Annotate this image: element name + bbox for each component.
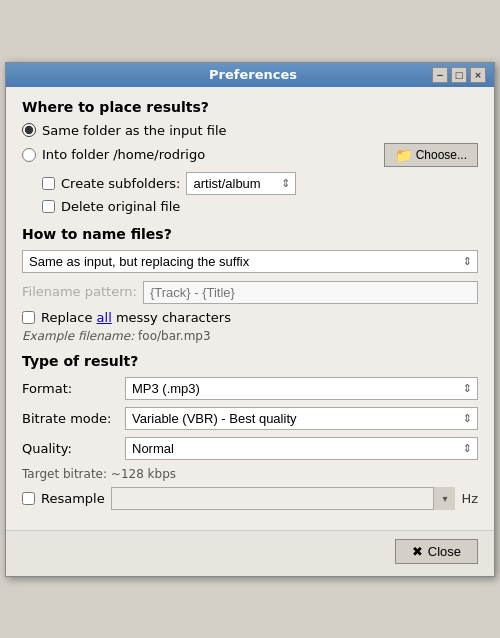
titlebar: Preferences − □ × — [6, 63, 494, 87]
close-icon: ✖ — [412, 544, 423, 559]
messy-link[interactable]: all — [97, 310, 112, 325]
bitrate-mode-row: Bitrate mode: Variable (VBR) - Best qual… — [22, 407, 478, 430]
hz-label: Hz — [461, 491, 478, 506]
resample-input-wrapper: 48000 ▾ — [111, 487, 456, 510]
create-subfolders-checkbox[interactable] — [42, 177, 55, 190]
same-folder-row: Same folder as the input file — [22, 123, 478, 138]
naming-dropdown-wrapper: Same as input, but replacing the suffix … — [22, 250, 478, 273]
bitrate-mode-dropdown-wrapper: Variable (VBR) - Best quality Constant (… — [125, 407, 478, 430]
format-row: Format: MP3 (.mp3) OGG (.ogg) FLAC (.fla… — [22, 377, 478, 400]
target-bitrate-text: Target bitrate: ~128 kbps — [22, 467, 478, 481]
bitrate-mode-select[interactable]: Variable (VBR) - Best quality Constant (… — [125, 407, 478, 430]
into-folder-radio[interactable] — [22, 148, 36, 162]
replace-messy-row: Replace all messy characters — [22, 310, 478, 325]
same-folder-label: Same folder as the input file — [42, 123, 227, 138]
format-label: Format: — [22, 381, 117, 396]
naming-section-header: How to name files? — [22, 226, 478, 242]
footer: ✖ Close — [6, 530, 494, 576]
resample-label: Resample — [41, 491, 105, 506]
resample-row: Resample 48000 ▾ Hz — [22, 487, 478, 510]
content-area: Where to place results? Same folder as t… — [6, 87, 494, 522]
quality-row: Quality: Normal Low High Very High — [22, 437, 478, 460]
close-window-button[interactable]: × — [470, 67, 486, 83]
quality-label: Quality: — [22, 441, 117, 456]
resample-input[interactable]: 48000 — [111, 487, 456, 510]
titlebar-controls: − □ × — [432, 67, 486, 83]
choose-button[interactable]: 📁 Choose... — [384, 143, 478, 167]
replace-messy-label: Replace all messy characters — [41, 310, 231, 325]
into-folder-label: Into folder /home/rodrigo — [42, 147, 378, 162]
subfolder-dropdown-wrapper: artist/album artist album — [186, 172, 296, 195]
quality-dropdown-wrapper: Normal Low High Very High — [125, 437, 478, 460]
preferences-window: Preferences − □ × Where to place results… — [5, 62, 495, 577]
into-folder-row: Into folder /home/rodrigo 📁 Choose... — [22, 143, 478, 167]
minimize-button[interactable]: − — [432, 67, 448, 83]
resample-checkbox[interactable] — [22, 492, 35, 505]
where-section-header: Where to place results? — [22, 99, 478, 115]
subfolder-select[interactable]: artist/album artist album — [186, 172, 296, 195]
filename-pattern-label: Filename pattern: — [22, 284, 137, 299]
delete-original-checkbox[interactable] — [42, 200, 55, 213]
same-folder-radio[interactable] — [22, 123, 36, 137]
example-filename-line: Example filename: foo/bar.mp3 — [22, 329, 478, 343]
create-subfolders-row: Create subfolders: artist/album artist a… — [42, 172, 478, 195]
filename-pattern-input[interactable] — [143, 281, 478, 304]
maximize-button[interactable]: □ — [451, 67, 467, 83]
resample-dropdown-arrow[interactable]: ▾ — [433, 487, 455, 510]
delete-original-row: Delete original file — [42, 199, 478, 214]
create-subfolders-label: Create subfolders: — [61, 176, 180, 191]
close-label: Close — [428, 544, 461, 559]
replace-messy-checkbox[interactable] — [22, 311, 35, 324]
delete-original-label: Delete original file — [61, 199, 180, 214]
window-title: Preferences — [74, 67, 432, 82]
format-select[interactable]: MP3 (.mp3) OGG (.ogg) FLAC (.flac) WAV (… — [125, 377, 478, 400]
result-section-header: Type of result? — [22, 353, 478, 369]
example-filename-value: foo/bar.mp3 — [138, 329, 211, 343]
naming-select[interactable]: Same as input, but replacing the suffix … — [22, 250, 478, 273]
filename-pattern-wrapper: Filename pattern: — [22, 281, 478, 304]
quality-select[interactable]: Normal Low High Very High — [125, 437, 478, 460]
close-button[interactable]: ✖ Close — [395, 539, 478, 564]
bitrate-mode-label: Bitrate mode: — [22, 411, 117, 426]
folder-icon: 📁 — [395, 147, 412, 163]
format-dropdown-wrapper: MP3 (.mp3) OGG (.ogg) FLAC (.flac) WAV (… — [125, 377, 478, 400]
